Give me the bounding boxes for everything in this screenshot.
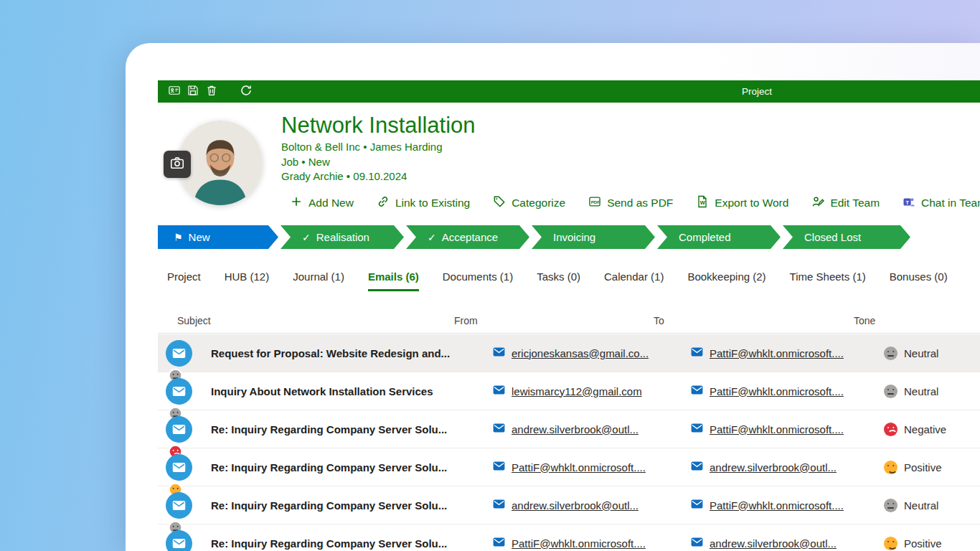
table-header: Subject From To Tone bbox=[158, 308, 980, 334]
email-message-icon bbox=[166, 340, 192, 367]
email-subject: Inquiry About Network Installation Servi… bbox=[211, 385, 492, 397]
link-to-existing-button[interactable]: Link to Existing bbox=[376, 194, 470, 212]
pdf-icon: PDF bbox=[588, 194, 602, 212]
refresh-icon bbox=[240, 84, 253, 100]
record-header: Network Installation Bolton & Bell Inc •… bbox=[158, 103, 980, 225]
stage-realisation[interactable]: ✓ Realisation bbox=[281, 225, 404, 249]
business-process-bar: ⚑ New ✓ Realisation ✓ Acceptance Invoici… bbox=[158, 225, 910, 249]
stage-closed-lost[interactable]: Closed Lost bbox=[783, 225, 910, 249]
email-message-icon bbox=[166, 378, 192, 405]
column-header-from[interactable]: From bbox=[454, 308, 478, 334]
add-new-button[interactable]: Add New bbox=[289, 194, 354, 212]
email-to-link[interactable]: PattiF@whklt.onmicrosoft.... bbox=[710, 423, 844, 435]
check-icon: ✓ bbox=[302, 232, 311, 243]
check-icon: ✓ bbox=[428, 232, 436, 243]
column-header-subject[interactable]: Subject bbox=[177, 308, 211, 334]
titlebar-title: Project bbox=[717, 86, 796, 97]
envelope-icon bbox=[690, 497, 704, 514]
email-to-link[interactable]: PattiF@whklt.onmicrosoft.... bbox=[710, 385, 844, 397]
tone-label: Neutral bbox=[904, 499, 938, 512]
delete-button[interactable] bbox=[202, 83, 221, 100]
tone-label: Negative bbox=[904, 423, 946, 435]
export-to-word-button[interactable]: W Export to Word bbox=[695, 194, 788, 212]
email-message-icon bbox=[166, 454, 192, 481]
tone-label: Positive bbox=[904, 537, 942, 550]
stage-acceptance[interactable]: ✓ Acceptance bbox=[406, 225, 529, 249]
tab-project[interactable]: Project bbox=[167, 261, 201, 291]
email-subject: Re: Inquiry Regarding Company Server Sol… bbox=[211, 423, 492, 435]
envelope-icon bbox=[492, 345, 506, 362]
tone-label: Positive bbox=[904, 461, 942, 474]
stage-new[interactable]: ⚑ New bbox=[158, 225, 278, 249]
column-header-to[interactable]: To bbox=[654, 308, 664, 334]
email-subject: Re: Inquiry Regarding Company Server Sol… bbox=[211, 461, 492, 474]
email-from-link[interactable]: PattiF@whklt.onmicrosoft.... bbox=[512, 537, 646, 550]
tone-negative-icon bbox=[884, 423, 897, 436]
tone-positive-icon bbox=[884, 537, 897, 550]
tab-calendar[interactable]: Calendar (1) bbox=[604, 261, 664, 291]
table-row[interactable]: Re: Inquiry Regarding Company Server Sol… bbox=[158, 486, 980, 524]
email-message-icon bbox=[166, 530, 192, 551]
contact-card-icon bbox=[168, 84, 181, 100]
tab-tasks[interactable]: Tasks (0) bbox=[537, 261, 580, 291]
send-as-pdf-button[interactable]: PDF Send as PDF bbox=[588, 194, 673, 212]
tab-journal[interactable]: Journal (1) bbox=[293, 261, 344, 291]
tab-emails[interactable]: Emails (6) bbox=[368, 261, 419, 291]
envelope-icon bbox=[492, 459, 506, 476]
tone-neutral-icon bbox=[884, 385, 897, 398]
categorize-button[interactable]: Categorize bbox=[492, 194, 565, 212]
company-contact-line: Bolton & Bell Inc • James Harding bbox=[281, 140, 476, 155]
email-subject: Request for Proposal: Website Redesign a… bbox=[211, 347, 492, 359]
tab-documents[interactable]: Documents (1) bbox=[443, 261, 513, 291]
tab-bar: Project HUB (12) Journal (1) Emails (6) … bbox=[158, 261, 980, 291]
table-row[interactable]: Re: Inquiry Regarding Company Server Sol… bbox=[158, 410, 980, 448]
flag-icon: ⚑ bbox=[174, 232, 183, 243]
save-button[interactable] bbox=[184, 83, 202, 100]
tab-bookkeeping[interactable]: Bookkeeping (2) bbox=[687, 261, 765, 291]
email-to-link[interactable]: andrew.silverbrook@outl... bbox=[710, 461, 837, 474]
email-from-link[interactable]: lewismarcy112@gmail.com bbox=[512, 385, 642, 397]
envelope-icon bbox=[492, 535, 506, 551]
column-header-tone[interactable]: Tone bbox=[854, 308, 875, 334]
tab-hub[interactable]: HUB (12) bbox=[225, 261, 270, 291]
contact-card-button[interactable] bbox=[165, 83, 184, 100]
refresh-button[interactable] bbox=[237, 83, 255, 100]
email-from-link[interactable]: ericjoneskansas@gmail.co... bbox=[512, 347, 649, 359]
svg-text:PDF: PDF bbox=[591, 200, 600, 204]
table-row[interactable]: Request for Proposal: Website Redesign a… bbox=[158, 334, 980, 372]
email-from-link[interactable]: andrew.silverbrook@outl... bbox=[512, 499, 639, 512]
envelope-icon bbox=[492, 421, 506, 438]
email-to-link[interactable]: andrew.silverbrook@outl... bbox=[710, 537, 837, 550]
titlebar: Project bbox=[158, 80, 980, 103]
change-photo-button[interactable] bbox=[164, 151, 191, 178]
chat-in-teams-button[interactable]: T Chat in Teams bbox=[902, 194, 980, 212]
email-to-link[interactable]: PattiF@whklt.onmicrosoft.... bbox=[710, 347, 844, 359]
svg-text:W: W bbox=[700, 199, 706, 206]
envelope-icon bbox=[690, 421, 704, 438]
stage-completed[interactable]: Completed bbox=[657, 225, 781, 249]
camera-icon bbox=[169, 155, 185, 174]
email-from-link[interactable]: PattiF@whklt.onmicrosoft.... bbox=[512, 461, 646, 474]
save-icon bbox=[187, 84, 199, 100]
tag-icon bbox=[492, 194, 507, 212]
trash-icon bbox=[205, 84, 218, 100]
tone-label: Neutral bbox=[904, 347, 938, 359]
app-window: Project bbox=[126, 43, 980, 551]
email-message-icon bbox=[166, 416, 192, 443]
table-row[interactable]: Re: Inquiry Regarding Company Server Sol… bbox=[158, 524, 980, 551]
stage-invoicing[interactable]: Invoicing bbox=[532, 225, 655, 249]
edit-team-button[interactable]: Edit Team bbox=[811, 194, 880, 212]
teams-icon: T bbox=[902, 194, 916, 212]
table-row[interactable]: Re: Inquiry Regarding Company Server Sol… bbox=[158, 448, 980, 486]
tab-time-sheets[interactable]: Time Sheets (1) bbox=[790, 261, 866, 291]
tone-positive-icon bbox=[884, 461, 897, 474]
tone-neutral-icon bbox=[884, 499, 897, 512]
page-title: Network Installation bbox=[281, 111, 476, 140]
email-list: Request for Proposal: Website Redesign a… bbox=[158, 334, 980, 551]
tab-bonuses[interactable]: Bonuses (0) bbox=[890, 261, 948, 291]
email-to-link[interactable]: PattiF@whklt.onmicrosoft.... bbox=[710, 499, 844, 512]
email-subject: Re: Inquiry Regarding Company Server Sol… bbox=[211, 537, 492, 550]
tone-neutral-icon bbox=[884, 347, 897, 360]
email-from-link[interactable]: andrew.silverbrook@outl... bbox=[512, 423, 639, 435]
table-row[interactable]: Inquiry About Network Installation Servi… bbox=[158, 372, 980, 410]
